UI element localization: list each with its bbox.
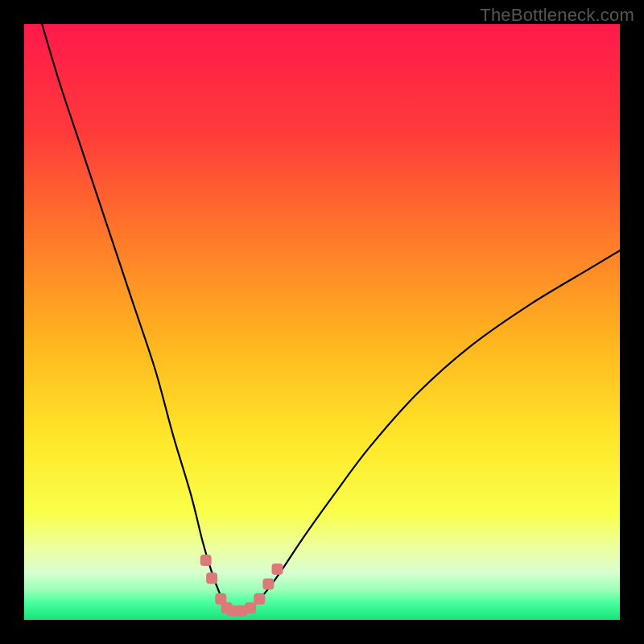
chart-frame: TheBottleneck.com — [0, 0, 644, 644]
watermark-text: TheBottleneck.com — [480, 5, 634, 26]
marker-point — [245, 602, 256, 613]
plot-area — [24, 24, 620, 620]
marker-point — [272, 564, 283, 575]
highlight-markers — [200, 555, 283, 617]
bottleneck-curve-path — [42, 24, 620, 613]
chart-svg — [24, 24, 620, 620]
marker-point — [206, 572, 217, 584]
marker-point — [262, 579, 274, 590]
marker-point — [200, 555, 212, 566]
marker-point — [254, 593, 265, 605]
